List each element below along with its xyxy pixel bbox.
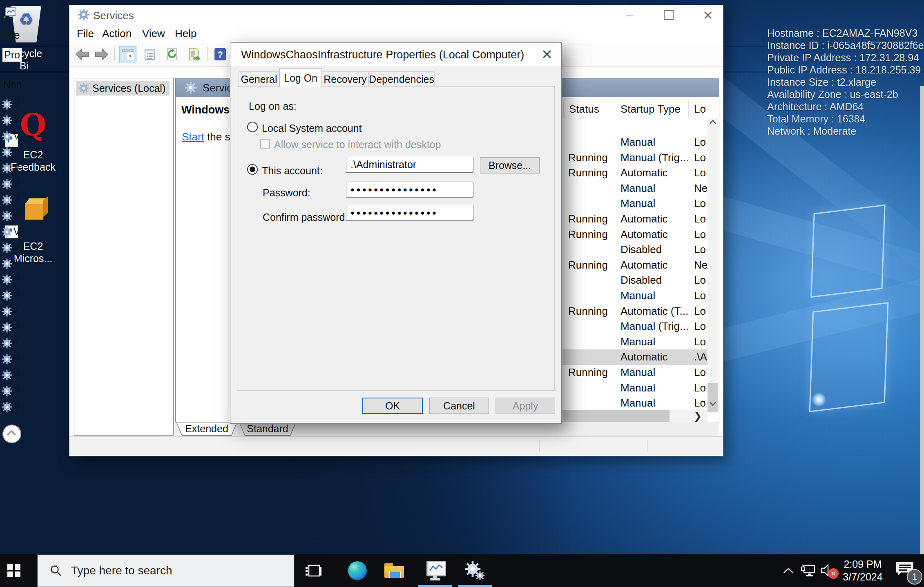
bg-service-item[interactable]: V xyxy=(2,96,20,112)
bg-service-item[interactable]: v xyxy=(2,208,20,224)
service-row[interactable]: ManualLo xyxy=(562,288,708,304)
service-row[interactable]: RunningManual (Trig...Lo xyxy=(562,150,708,166)
password-input[interactable]: ●●●●●●●●●●●●●●● xyxy=(346,182,473,198)
bg-service-item[interactable]: V xyxy=(2,176,20,192)
local-system-label[interactable]: Local System account xyxy=(262,122,362,134)
export-list-button[interactable] xyxy=(185,46,203,62)
console-tree-pane[interactable]: Services (Local) xyxy=(74,78,174,436)
bg-service-item[interactable]: V xyxy=(2,383,20,399)
start-button[interactable] xyxy=(0,554,28,587)
bg-service-item[interactable]: V xyxy=(2,128,20,144)
bg-service-item[interactable]: V xyxy=(2,160,20,176)
taskbar-clock[interactable]: 2:09 PM 3/7/2024 xyxy=(840,554,886,587)
close-button[interactable]: ✕ xyxy=(694,5,722,25)
action-center-button[interactable]: 1 xyxy=(891,554,922,587)
service-row[interactable]: ManualLo xyxy=(562,380,708,396)
horizontal-scrollbar[interactable]: ❯ xyxy=(562,410,708,422)
bg-service-item[interactable]: V xyxy=(2,319,20,335)
bg-service-item[interactable]: V xyxy=(2,399,20,415)
dialog-titlebar[interactable]: WindowsChaosInfrastructure Properties (L… xyxy=(230,43,561,66)
confirm-password-input[interactable]: ●●●●●●●●●●●●●●● xyxy=(346,205,473,221)
show-console-tree-button[interactable] xyxy=(119,46,137,63)
bg-service-item[interactable]: v xyxy=(2,335,20,351)
scroll-down-icon[interactable] xyxy=(709,401,716,408)
column-logon[interactable]: Lo xyxy=(694,103,706,116)
help-button[interactable]: ? xyxy=(212,46,229,62)
vertical-scrollbar[interactable] xyxy=(708,118,718,409)
properties-button[interactable] xyxy=(141,46,158,62)
services-list[interactable]: Status Startup Type Lo ManualLoRunningMa… xyxy=(562,97,719,422)
service-row[interactable]: Automatic.\A xyxy=(562,349,708,365)
tab-general[interactable]: General xyxy=(239,71,279,87)
bg-service-item[interactable]: V xyxy=(2,287,20,303)
services-taskbar-icon[interactable] xyxy=(457,554,493,587)
performance-monitor-icon[interactable] xyxy=(417,554,453,587)
service-row[interactable]: DisabledLo xyxy=(562,273,708,288)
forward-button[interactable] xyxy=(93,46,110,62)
service-row[interactable]: DisabledLo xyxy=(562,242,708,258)
browse-button[interactable]: Browse... xyxy=(480,157,540,173)
tab-dependencies[interactable]: Dependencies xyxy=(368,71,435,87)
h-scrollbar-thumb[interactable] xyxy=(562,410,670,422)
bg-service-item[interactable]: V xyxy=(2,367,20,383)
bg-column-name[interactable]: Nan xyxy=(3,78,20,90)
tab-standard[interactable]: Standard xyxy=(239,422,296,436)
menu-file[interactable]: File xyxy=(77,27,94,40)
volume-muted-icon[interactable]: ✕ xyxy=(818,554,841,587)
this-account-radio[interactable] xyxy=(247,164,258,175)
account-input[interactable]: .\Administrator xyxy=(346,157,473,173)
taskbar-search[interactable]: Type here to search xyxy=(37,554,295,587)
bg-service-item[interactable]: V xyxy=(2,112,20,128)
column-startup-type[interactable]: Startup Type xyxy=(620,103,681,116)
tab-log-on[interactable]: Log On xyxy=(279,68,322,87)
bg-toolbar-pro[interactable]: Pro xyxy=(2,48,20,62)
menu-action[interactable]: Action xyxy=(102,27,132,40)
bg-service-item[interactable]: V xyxy=(2,144,20,160)
service-row[interactable]: RunningAutomaticLo xyxy=(562,227,708,242)
service-row[interactable]: RunningManualLo xyxy=(562,365,708,380)
file-explorer-icon[interactable] xyxy=(376,554,413,587)
service-row[interactable]: RunningAutomaticNe xyxy=(562,258,708,273)
this-account-label[interactable]: This account: xyxy=(262,165,323,177)
back-button[interactable] xyxy=(74,46,91,62)
network-tray-icon[interactable] xyxy=(797,554,819,587)
tray-chevron-icon[interactable] xyxy=(779,554,797,587)
service-row[interactable]: RunningAutomaticLo xyxy=(562,211,708,227)
tab-recovery[interactable]: Recovery xyxy=(322,71,368,87)
service-row[interactable]: ManualLo xyxy=(562,196,708,211)
bg-service-item[interactable]: V xyxy=(2,224,20,240)
service-row[interactable]: RunningAutomatic (T...Lo xyxy=(562,304,708,319)
service-row[interactable]: ManualLo xyxy=(562,334,708,350)
bg-service-item[interactable]: V xyxy=(2,256,20,271)
properties-dialog[interactable]: WindowsChaosInfrastructure Properties (L… xyxy=(230,42,562,424)
service-row[interactable]: RunningAutomaticLo xyxy=(562,165,708,181)
bg-service-item[interactable]: V xyxy=(2,240,20,256)
tab-extended[interactable]: Extended xyxy=(176,422,237,436)
scroll-up-circle-icon[interactable] xyxy=(2,425,20,443)
menu-view[interactable]: View xyxy=(142,27,165,40)
menu-help[interactable]: Help xyxy=(175,27,196,40)
minimize-button[interactable]: – xyxy=(615,5,644,25)
task-view-button[interactable] xyxy=(295,554,332,587)
services-titlebar[interactable]: Services – ✕ xyxy=(69,5,723,25)
edge-browser-icon[interactable] xyxy=(339,554,376,587)
column-status[interactable]: Status xyxy=(569,103,599,116)
bg-service-item[interactable]: V xyxy=(2,192,20,208)
service-row[interactable]: Manual (Trig...Lo xyxy=(562,319,708,334)
refresh-button[interactable] xyxy=(163,46,181,62)
start-service-link[interactable]: Start xyxy=(182,131,204,143)
dialog-close-button[interactable]: ✕ xyxy=(534,44,560,64)
scroll-right-icon[interactable]: ❯ xyxy=(694,410,702,422)
service-row[interactable]: ManualLo xyxy=(562,135,708,150)
maximize-button[interactable] xyxy=(654,5,683,25)
interact-desktop-checkbox[interactable] xyxy=(260,139,270,149)
tree-item-services-local[interactable]: Services (Local) xyxy=(76,81,170,96)
bg-menu-file[interactable]: File xyxy=(3,29,20,41)
local-system-radio[interactable] xyxy=(247,122,258,132)
ok-button[interactable]: OK xyxy=(362,398,423,414)
cancel-button[interactable]: Cancel xyxy=(429,398,489,414)
bg-service-item[interactable]: v xyxy=(2,303,20,319)
bg-service-item[interactable]: V xyxy=(2,351,20,367)
bg-service-item[interactable]: V xyxy=(2,271,20,287)
service-row[interactable]: ManualNe xyxy=(562,181,708,196)
